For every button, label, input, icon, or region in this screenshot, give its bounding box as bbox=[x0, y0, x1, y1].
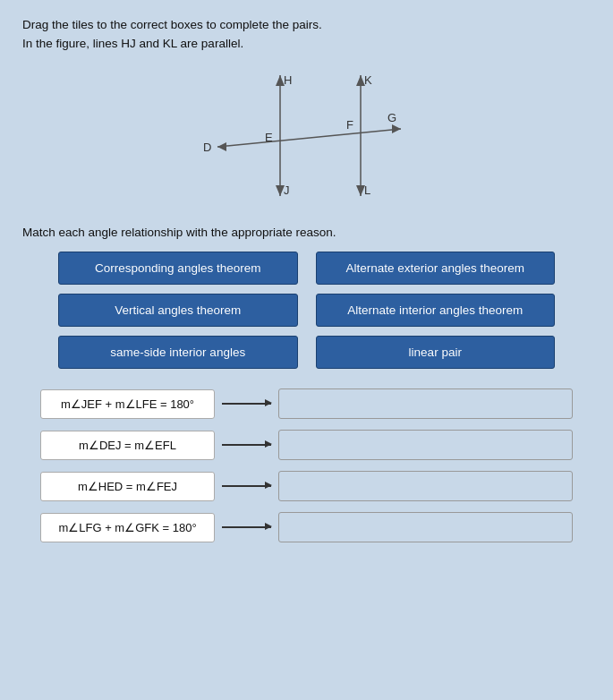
match-row-1: m∠JEF + m∠LFE = 180° bbox=[40, 388, 573, 419]
tile-alternate-interior[interactable]: Alternate interior angles theorem bbox=[316, 294, 556, 327]
arrow-1 bbox=[215, 403, 278, 405]
equation-1: m∠JEF + m∠LFE = 180° bbox=[40, 389, 215, 419]
arrow-line-1 bbox=[222, 403, 271, 405]
tile-same-side[interactable]: same-side interior angles bbox=[58, 336, 298, 369]
tile-linear-pair[interactable]: linear pair bbox=[316, 336, 556, 369]
equation-2: m∠DEJ = m∠EFL bbox=[40, 431, 215, 460]
svg-marker-1 bbox=[392, 124, 401, 133]
arrow-line-4 bbox=[222, 526, 271, 528]
match-row-3: m∠HED = m∠FEJ bbox=[40, 471, 573, 501]
match-label-text: Match each angle relationship with the a… bbox=[22, 226, 591, 239]
subtitle-text: In the figure, lines HJ and KL are paral… bbox=[22, 37, 591, 50]
svg-text:J: J bbox=[284, 184, 290, 197]
svg-text:K: K bbox=[364, 73, 372, 87]
match-target-2[interactable] bbox=[278, 430, 573, 460]
svg-text:D: D bbox=[203, 141, 211, 154]
arrow-line-3 bbox=[222, 485, 271, 487]
match-row-2: m∠DEJ = m∠EFL bbox=[40, 430, 573, 460]
tile-alternate-exterior[interactable]: Alternate exterior angles theorem bbox=[316, 252, 556, 285]
match-target-4[interactable] bbox=[278, 512, 573, 542]
arrow-2 bbox=[215, 444, 278, 446]
equation-3: m∠HED = m∠FEJ bbox=[40, 472, 215, 501]
svg-line-0 bbox=[217, 129, 401, 147]
arrow-3 bbox=[215, 485, 278, 487]
arrow-4 bbox=[215, 526, 278, 528]
svg-text:E: E bbox=[265, 131, 273, 144]
tiles-grid: Corresponding angles theorem Alternate e… bbox=[22, 252, 591, 369]
tile-vertical-angles[interactable]: Vertical angles theorem bbox=[58, 294, 298, 327]
figure-area: H J K L D G E F bbox=[22, 66, 591, 209]
geometry-figure: H J K L D G E F bbox=[191, 66, 423, 205]
svg-text:L: L bbox=[364, 184, 370, 197]
instructions-text: Drag the tiles to the correct boxes to c… bbox=[22, 18, 591, 31]
match-target-3[interactable] bbox=[278, 471, 573, 501]
svg-text:G: G bbox=[387, 111, 396, 124]
equation-4: m∠LFG + m∠GFK = 180° bbox=[40, 513, 215, 542]
matching-area: m∠JEF + m∠LFE = 180° m∠DEJ = m∠EFL m∠HED… bbox=[22, 388, 591, 542]
svg-marker-2 bbox=[217, 142, 226, 151]
svg-text:H: H bbox=[284, 73, 292, 87]
match-target-1[interactable] bbox=[278, 388, 573, 419]
arrow-line-2 bbox=[222, 444, 271, 446]
svg-text:F: F bbox=[346, 118, 353, 132]
match-row-4: m∠LFG + m∠GFK = 180° bbox=[40, 512, 573, 542]
tile-corresponding-angles[interactable]: Corresponding angles theorem bbox=[58, 252, 298, 285]
